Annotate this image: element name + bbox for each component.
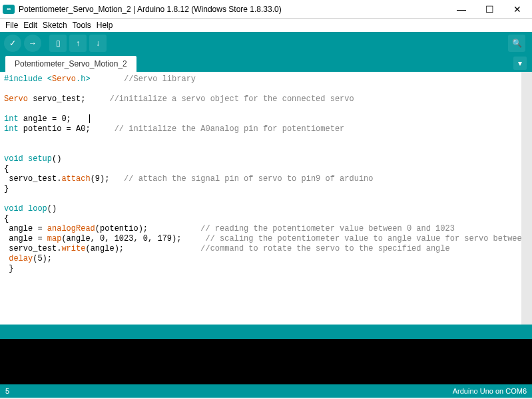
save-sketch-button[interactable]: ↓: [89, 35, 107, 52]
code-text: int: [4, 124, 19, 134]
status-board-port: Arduino Uno on COM6: [453, 387, 527, 395]
code-comment: // reading the potentiometer value betwe…: [200, 224, 455, 233]
window-title: Potentiometer_Servo_Motion_2 | Arduino 1…: [19, 5, 453, 14]
arrow-right-icon: →: [29, 39, 37, 48]
toolbar: ✓ → ▯ ↑ ↓ 🔍: [0, 32, 532, 55]
code-comment: // scaling the potentiometer value to an…: [205, 234, 532, 243]
code-text: {: [4, 164, 9, 174]
code-comment: // initialize the A0analog pin for poten…: [115, 124, 345, 134]
code-comment: // attach the signal pin of servo to pin…: [124, 174, 373, 184]
code-text: (angle, 0, 1023, 0, 179);: [61, 234, 205, 243]
code-text: void: [4, 204, 23, 213]
code-text: analogRead: [47, 224, 95, 233]
code-text: write: [61, 244, 85, 253]
code-text: }: [4, 184, 9, 194]
code-text: void: [4, 154, 23, 164]
arrow-down-icon: ↓: [96, 39, 100, 48]
menu-sketch[interactable]: Sketch: [40, 21, 70, 30]
code-text: (5);: [33, 254, 109, 263]
text-cursor: [89, 114, 90, 123]
code-text: potentio = A0;: [19, 124, 115, 134]
window-titlebar: ∞ Potentiometer_Servo_Motion_2 | Arduino…: [0, 0, 532, 19]
code-text: }: [4, 264, 13, 273]
new-sketch-button[interactable]: ▯: [49, 35, 67, 52]
code-text: {: [4, 214, 9, 223]
status-line-number: 5: [5, 387, 453, 395]
code-text: servo_test.: [4, 174, 61, 184]
arrow-up-icon: ↑: [76, 39, 80, 48]
maximize-button[interactable]: ☐: [481, 1, 497, 17]
code-text: setup: [28, 154, 52, 164]
file-icon: ▯: [56, 39, 61, 48]
code-text: (): [52, 154, 61, 164]
menubar: File Edit Sketch Tools Help: [0, 19, 532, 32]
menu-edit[interactable]: Edit: [21, 21, 40, 30]
code-text: #include <: [4, 74, 52, 84]
code-text: angle =: [4, 224, 47, 233]
code-text: (): [47, 204, 57, 213]
serial-monitor-button[interactable]: 🔍: [508, 35, 525, 52]
statusbar: 5 Arduino Uno on COM6: [0, 384, 532, 398]
code-text: [23, 154, 28, 164]
code-text: Servo: [4, 94, 28, 104]
minimize-button[interactable]: —: [453, 1, 469, 17]
code-text: [23, 204, 28, 213]
menu-tools[interactable]: Tools: [70, 21, 94, 30]
tabbar: Potentiometer_Servo_Motion_2 ▾: [0, 55, 532, 72]
menu-file[interactable]: File: [3, 21, 21, 30]
code-comment: //command to rotate the servo to the spe…: [200, 244, 449, 253]
code-text: (9);: [91, 174, 124, 184]
code-text: servo_test;: [28, 94, 109, 104]
code-text: (angle);: [85, 244, 200, 253]
window-controls: — ☐ ✕: [453, 1, 525, 17]
code-editor[interactable]: #include <Servo.h> //Servo library Servo…: [0, 72, 532, 325]
code-text: (potentio);: [95, 224, 200, 233]
code-text: delay: [9, 254, 33, 263]
tab-sketch[interactable]: Potentiometer_Servo_Motion_2: [5, 56, 136, 72]
message-bar: [0, 325, 532, 339]
check-icon: ✓: [9, 39, 16, 48]
close-button[interactable]: ✕: [509, 1, 525, 17]
code-text: angle = 0;: [19, 114, 86, 124]
code-text: attach: [61, 174, 90, 184]
code-comment: //initialize a servo object for the conn…: [109, 94, 358, 104]
open-sketch-button[interactable]: ↑: [69, 35, 87, 52]
code-text: servo_test.: [4, 244, 61, 253]
menu-help[interactable]: Help: [94, 21, 116, 30]
arduino-logo-icon: ∞: [3, 5, 15, 14]
code-text: Servo: [52, 74, 76, 84]
code-comment: //Servo library: [91, 74, 196, 84]
console-output[interactable]: [0, 339, 532, 384]
upload-button[interactable]: →: [24, 35, 41, 52]
verify-button[interactable]: ✓: [4, 35, 21, 52]
code-text: map: [47, 234, 62, 243]
code-text: angle =: [4, 234, 47, 243]
tab-menu-button[interactable]: ▾: [513, 57, 527, 70]
code-text: loop: [28, 204, 47, 213]
search-icon: 🔍: [512, 39, 522, 48]
code-text: int: [4, 114, 19, 124]
code-text: .h>: [76, 74, 91, 84]
chevron-down-icon: ▾: [518, 59, 522, 68]
